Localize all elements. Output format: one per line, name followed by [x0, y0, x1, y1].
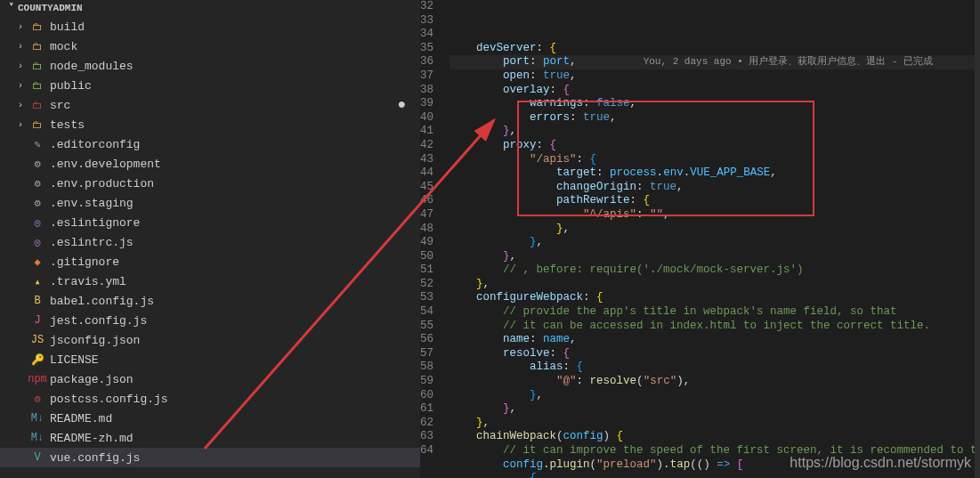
code-line[interactable]: pathRewrite: { [450, 194, 980, 208]
file-name-label: .env.staging [50, 197, 134, 210]
file-icon: ◎ [30, 235, 45, 249]
folder-icon: 🗀 [30, 117, 45, 132]
file-item--env-development[interactable]: ⚙.env.development [0, 154, 420, 174]
folder-item-build[interactable]: ›🗀build [0, 17, 420, 36]
file-name-label: package.json [50, 373, 134, 386]
file-icon: ⚙ [30, 157, 45, 171]
code-line[interactable]: // provide the app's title in webpack's … [450, 305, 980, 320]
code-editor[interactable]: 3233343536373839404142434445464748495051… [420, 0, 980, 478]
code-line[interactable]: // it can be accessed in index.html to i… [450, 320, 980, 334]
code-line[interactable]: name: name, [450, 333, 980, 347]
code-line[interactable]: configureWebpack: { [450, 291, 980, 305]
file-item-package-json[interactable]: npmpackage.json [0, 369, 420, 389]
file-icon: M↓ [30, 431, 45, 445]
explorer-header[interactable]: ˅ COUNTYADMIN [0, 0, 420, 15]
file-tree: ›🗀build›🗀mock›🗀node_modules›🗀public›🗀src… [0, 15, 420, 469]
code-line[interactable]: "/apis": { [450, 153, 980, 167]
line-number: 33 [420, 14, 433, 28]
minimap-scrollbar[interactable] [975, 0, 980, 478]
code-line[interactable]: // , before: require('./mock/mock-server… [450, 263, 980, 278]
folder-item-tests[interactable]: ›🗀tests [0, 115, 420, 134]
line-number: 58 [420, 361, 433, 375]
file-item--travis-yml[interactable]: ▴.travis.yml [0, 271, 420, 291]
file-item-vue-config-js[interactable]: Vvue.config.js [0, 448, 420, 467]
line-number: 32 [420, 0, 433, 14]
file-name-label: .gitignore [50, 255, 119, 269]
file-icon: ◆ [30, 255, 45, 269]
file-item--env-production[interactable]: ⚙.env.production [0, 174, 420, 193]
code-line[interactable]: { [450, 472, 980, 478]
line-number: 43 [420, 153, 433, 167]
file-item-readme-zh-md[interactable]: M↓README-zh.md [0, 428, 420, 448]
file-icon: ✎ [30, 137, 45, 151]
code-line[interactable]: }, [450, 250, 980, 264]
file-name-label: README-zh.md [50, 432, 134, 445]
folder-item-src[interactable]: ›🗀src● [0, 95, 420, 115]
line-number: 34 [420, 28, 433, 42]
code-line[interactable]: target: process.env.VUE_APP_BASE, [450, 166, 980, 181]
file-name-label: .eslintignore [50, 216, 140, 230]
code-line[interactable]: changeOrigin: true, [450, 181, 980, 195]
code-line[interactable]: resolve: { [450, 347, 980, 361]
code-line[interactable]: }, [450, 223, 980, 237]
line-number: 51 [420, 263, 433, 278]
file-item-jsconfig-json[interactable]: JSjsconfig.json [0, 330, 420, 350]
code-line[interactable]: "^/apis": "", [450, 208, 980, 223]
project-title: COUNTYADMIN [18, 3, 83, 13]
line-number: 57 [420, 347, 433, 361]
code-area[interactable]: devServer: { port: port, You, 2 days ago… [450, 0, 980, 478]
code-line[interactable]: overlay: { [450, 84, 980, 98]
file-item-babel-config-js[interactable]: Bbabel.config.js [0, 291, 420, 311]
file-icon: J [30, 313, 45, 328]
code-line[interactable]: open: true, [450, 69, 980, 84]
watermark-text: https://blog.csdn.net/stormyk [790, 455, 971, 471]
chevron-right-icon: › [18, 42, 28, 52]
code-line[interactable]: }, [450, 278, 980, 292]
file-icon: ▴ [30, 274, 45, 288]
file-item-jest-config-js[interactable]: Jjest.config.js [0, 311, 420, 330]
file-name-label: .editorconfig [50, 138, 140, 151]
code-line[interactable]: }, [450, 389, 980, 403]
chevron-right-icon: › [18, 81, 28, 91]
line-number: 45 [420, 181, 433, 195]
line-number: 49 [420, 236, 433, 250]
code-line[interactable]: port: port, You, 2 days ago • 用户登录、获取用户信… [450, 55, 980, 69]
file-item-postcss-config-js[interactable]: ⚙postcss.config.js [0, 389, 420, 409]
file-name-label: README.md [50, 412, 112, 425]
code-line[interactable]: proxy: { [450, 139, 980, 153]
code-line[interactable]: "@": resolve("src"), [450, 375, 980, 389]
file-name-label: build [50, 20, 85, 34]
code-line[interactable]: alias: { [450, 361, 980, 375]
file-item-license[interactable]: 🔑LICENSE [0, 350, 420, 369]
file-icon: ◎ [30, 215, 45, 230]
code-line[interactable]: }, [450, 417, 980, 431]
file-item--eslintignore[interactable]: ◎.eslintignore [0, 213, 420, 232]
line-number: 54 [420, 305, 433, 320]
file-item-readme-md[interactable]: M↓README.md [0, 409, 420, 428]
file-name-label: LICENSE [50, 353, 99, 367]
file-item--editorconfig[interactable]: ✎.editorconfig [0, 134, 420, 154]
file-name-label: public [50, 79, 92, 93]
line-number: 42 [420, 139, 433, 153]
file-icon: M↓ [30, 411, 45, 425]
code-line[interactable]: }, [450, 236, 980, 250]
file-item--gitignore[interactable]: ◆.gitignore [0, 252, 420, 271]
file-item--eslintrc-js[interactable]: ◎.eslintrc.js [0, 232, 420, 252]
line-number: 60 [420, 389, 433, 403]
folder-icon: 🗀 [30, 39, 45, 53]
file-explorer-sidebar: ˅ COUNTYADMIN ›🗀build›🗀mock›🗀node_module… [0, 0, 420, 478]
file-name-label: node_modules [50, 60, 134, 73]
code-line[interactable]: devServer: { [450, 42, 980, 56]
folder-item-mock[interactable]: ›🗀mock [0, 36, 420, 56]
file-item--env-staging[interactable]: ⚙.env.staging [0, 193, 420, 213]
code-line[interactable]: errors: true, [450, 111, 980, 126]
line-number: 62 [420, 417, 433, 431]
code-line[interactable]: warnings: false, [450, 97, 980, 111]
folder-item-public[interactable]: ›🗀public [0, 76, 420, 95]
code-line[interactable]: }, [450, 402, 980, 417]
chevron-right-icon: › [18, 120, 28, 130]
folder-item-node-modules[interactable]: ›🗀node_modules [0, 56, 420, 76]
code-line[interactable]: }, [450, 125, 980, 139]
chevron-right-icon: › [18, 22, 28, 32]
code-line[interactable]: chainWebpack(config) { [450, 430, 980, 444]
